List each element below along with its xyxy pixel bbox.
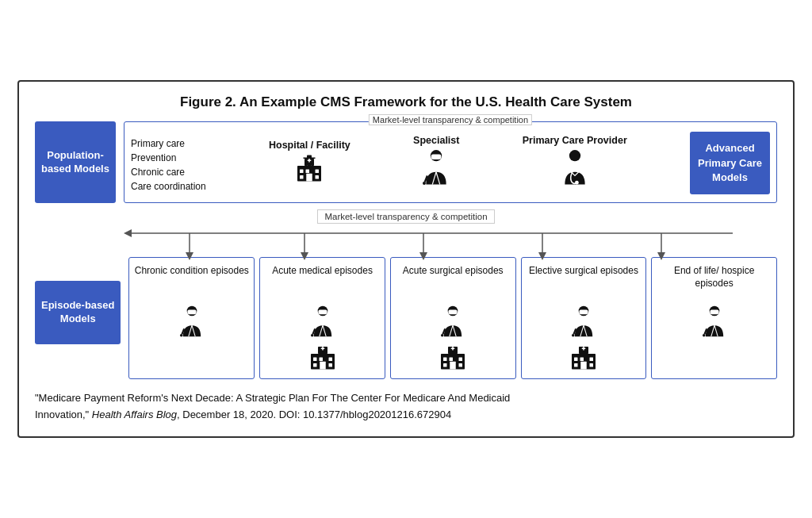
- end-of-life-person-icon: [701, 305, 728, 339]
- svg-rect-5: [304, 157, 316, 159]
- svg-rect-51: [313, 363, 317, 367]
- svg-rect-68: [459, 363, 463, 367]
- elective-surgical-title: Elective surgical episodes: [529, 264, 638, 301]
- svg-rect-13: [309, 159, 311, 163]
- specialist-provider: Specialist: [413, 135, 459, 192]
- acute-medical-icons: [308, 305, 337, 370]
- svg-rect-80: [574, 357, 578, 361]
- episode-chronic: Chronic condition episodes: [128, 257, 255, 379]
- acute-medical-title: Acute medical episodes: [272, 264, 373, 301]
- acute-surgical-title: Acute surgical episodes: [403, 264, 504, 301]
- provider-row: Primary carePreventionChronic careCare c…: [131, 127, 770, 194]
- svg-point-19: [423, 182, 426, 185]
- citation-italic: Health Affairs Blog: [92, 409, 177, 420]
- svg-rect-48: [313, 357, 317, 361]
- svg-rect-57: [449, 310, 458, 315]
- citation: "Medicare Payment Reform's Next Decade: …: [35, 390, 777, 424]
- svg-rect-6: [300, 169, 304, 173]
- svg-rect-84: [589, 363, 593, 367]
- episode-elective-surgical: Elective surgical episodes: [521, 257, 647, 379]
- advanced-primary-care-box: AdvancedPrimary CareModels: [690, 132, 770, 194]
- elective-surgical-hospital-icon: [569, 342, 598, 370]
- pcp-icon: [560, 149, 590, 192]
- episode-label-col: Episode-basedModels: [35, 257, 121, 344]
- svg-point-93: [703, 334, 706, 337]
- svg-rect-53: [320, 362, 326, 370]
- svg-rect-82: [589, 357, 593, 361]
- svg-marker-33: [124, 229, 132, 237]
- episode-end-of-life: End of life/ hospice episodes: [651, 257, 777, 379]
- svg-rect-15: [431, 154, 442, 159]
- provider-box: Market-level transparency & competition …: [124, 121, 777, 203]
- population-label: Population-based Models: [35, 121, 116, 203]
- connector-section: Market-level transparency & competition: [35, 209, 777, 254]
- svg-rect-9: [300, 175, 304, 179]
- chronic-person-icon: [178, 305, 205, 339]
- svg-rect-73: [579, 310, 588, 315]
- svg-point-77: [572, 334, 575, 337]
- svg-rect-41: [318, 310, 327, 315]
- end-of-life-title: End of life/ hospice episodes: [657, 264, 772, 301]
- svg-rect-50: [328, 357, 332, 361]
- svg-point-45: [310, 334, 313, 337]
- episode-label: Episode-basedModels: [35, 281, 121, 344]
- acute-surgical-person-icon: [439, 305, 466, 339]
- svg-rect-52: [328, 363, 332, 367]
- svg-rect-83: [574, 363, 578, 367]
- chronic-title: Chronic condition episodes: [135, 264, 249, 301]
- svg-rect-11: [307, 173, 313, 181]
- svg-rect-69: [450, 362, 456, 370]
- svg-rect-87: [583, 347, 584, 351]
- market-label-top: Market-level transparency & competition: [369, 114, 532, 125]
- end-of-life-icons: [701, 305, 728, 339]
- acute-surgical-icons: [439, 305, 467, 370]
- svg-point-39: [180, 334, 183, 337]
- pcp-provider: Primary Care Provider: [523, 135, 627, 192]
- svg-rect-55: [322, 347, 324, 351]
- svg-rect-71: [452, 347, 454, 351]
- svg-point-61: [441, 334, 444, 337]
- svg-rect-81: [580, 357, 584, 361]
- primary-care-item: Primary carePreventionChronic careCare c…: [131, 133, 206, 194]
- hospital-provider: Hospital / Facility: [269, 140, 350, 187]
- svg-point-21: [575, 181, 579, 185]
- svg-rect-10: [316, 175, 320, 179]
- arrows-svg: [35, 225, 777, 254]
- svg-rect-49: [319, 357, 323, 361]
- acute-medical-person-icon: [309, 305, 336, 339]
- hospital-provider-label: Hospital / Facility: [269, 140, 350, 151]
- svg-rect-66: [459, 357, 463, 361]
- pcp-label: Primary Care Provider: [523, 135, 627, 146]
- specialist-label: Specialist: [413, 135, 459, 146]
- market-label-mid: Market-level transparency & competition: [317, 209, 494, 224]
- figure-title: Figure 2. An Example CMS Framework for t…: [35, 94, 777, 110]
- elective-surgical-icons: [569, 305, 598, 370]
- svg-rect-65: [450, 357, 454, 361]
- elective-surgical-person-icon: [570, 305, 597, 339]
- figure-container: Figure 2. An Example CMS Framework for t…: [17, 80, 795, 437]
- episodes-grid: Chronic condition episodes Acute medica: [128, 257, 777, 379]
- acute-medical-hospital-icon: [308, 342, 337, 370]
- svg-rect-89: [710, 310, 718, 315]
- svg-rect-8: [316, 169, 320, 173]
- svg-rect-7: [306, 169, 310, 173]
- chronic-icons: [178, 305, 205, 339]
- hospital-icon: [295, 154, 324, 187]
- svg-point-20: [569, 150, 580, 161]
- citation-text1: "Medicare Payment Reform's Next Decade: …: [35, 392, 510, 404]
- bottom-section: Episode-basedModels Chronic condition ep…: [35, 257, 777, 379]
- svg-rect-85: [580, 362, 587, 370]
- episode-acute-surgical: Acute surgical episodes: [390, 257, 516, 379]
- acute-surgical-hospital-icon: [439, 342, 467, 370]
- svg-rect-64: [443, 357, 447, 361]
- svg-rect-67: [443, 363, 447, 367]
- svg-rect-35: [187, 310, 196, 315]
- specialist-icon: [421, 149, 451, 192]
- episode-acute-medical: Acute medical episodes: [259, 257, 385, 379]
- citation-text2: Innovation," Health Affairs Blog, Decemb…: [35, 409, 451, 420]
- primary-care-list: Primary carePreventionChronic careCare c…: [131, 136, 206, 194]
- top-section: Population-based Models Market-level tra…: [35, 121, 777, 203]
